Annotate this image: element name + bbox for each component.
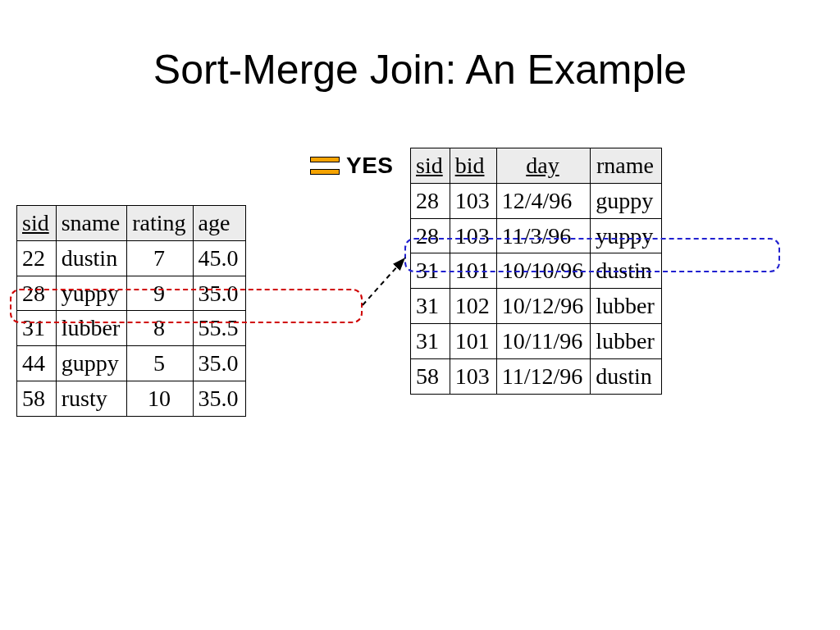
- col-age: age: [193, 206, 245, 241]
- col-day: day: [496, 148, 591, 184]
- table-row: 31 101 10/11/96 lubber: [411, 323, 662, 358]
- col-bid: bid: [450, 148, 496, 184]
- col-rname: rname: [591, 148, 662, 184]
- col-sname: sname: [56, 206, 127, 241]
- table-row: 28 103 11/3/96 yuppy: [411, 218, 662, 253]
- slide-title: Sort-Merge Join: An Example: [0, 46, 840, 94]
- table-header-row: sid bid day rname: [411, 148, 662, 184]
- table-row: 28 103 12/4/96 guppy: [411, 183, 662, 218]
- table-row: 44 guppy 5 35.0: [17, 346, 246, 381]
- col-rating: rating: [127, 206, 193, 241]
- table-row: 31 lubber 8 55.5: [17, 311, 246, 346]
- match-label: YES: [346, 153, 394, 179]
- match-indicator: YES: [310, 153, 394, 179]
- equals-icon: [310, 157, 340, 175]
- join-arrow-icon: [353, 246, 418, 312]
- table-row: 22 dustin 7 45.0: [17, 240, 246, 276]
- table-row: 58 103 11/12/96 dustin: [411, 358, 662, 394]
- col-sid: sid: [17, 206, 57, 241]
- table-row: 31 102 10/12/96 lubber: [411, 289, 662, 324]
- table-row: 31 101 10/10/96 dustin: [411, 253, 662, 289]
- svg-line-0: [363, 258, 405, 305]
- reserves-table: sid bid day rname 28 103 12/4/96 guppy 2…: [410, 148, 662, 395]
- table-row: 58 rusty 10 35.0: [17, 381, 246, 416]
- col-sid: sid: [411, 148, 450, 184]
- table-header-row: sid sname rating age: [17, 206, 246, 241]
- table-row: 28 yuppy 9 35.0: [17, 276, 246, 311]
- sailors-table: sid sname rating age 22 dustin 7 45.0 28…: [16, 205, 246, 417]
